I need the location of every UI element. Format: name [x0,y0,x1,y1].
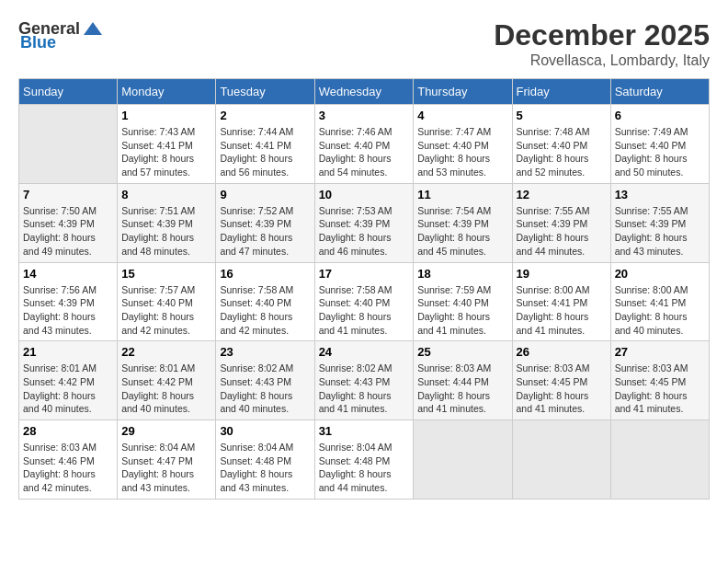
svg-marker-0 [84,22,102,35]
day-info: Sunrise: 7:46 AMSunset: 4:40 PMDaylight:… [319,125,410,179]
calendar-week-row: 14Sunrise: 7:56 AMSunset: 4:39 PMDayligh… [19,262,710,341]
calendar-cell: 10Sunrise: 7:53 AMSunset: 4:39 PMDayligh… [314,183,414,262]
day-info: Sunrise: 7:57 AMSunset: 4:40 PMDaylight:… [121,283,211,338]
logo: General Blue [18,18,102,52]
weekday-header: Tuesday [216,79,314,105]
calendar-cell: 18Sunrise: 7:59 AMSunset: 4:40 PMDayligh… [414,262,512,341]
day-number: 19 [517,267,607,281]
day-info: Sunrise: 7:55 AMSunset: 4:39 PMDaylight:… [517,204,607,259]
day-info: Sunrise: 7:58 AMSunset: 4:40 PMDaylight:… [319,283,410,338]
weekday-header: Saturday [610,79,709,105]
calendar-cell: 14Sunrise: 7:56 AMSunset: 4:39 PMDayligh… [19,262,118,341]
day-number: 1 [121,109,211,122]
day-number: 15 [121,267,211,281]
location-title: Rovellasca, Lombardy, Italy [494,52,710,69]
month-title: December 2025 [494,18,710,52]
calendar-table: SundayMondayTuesdayWednesdayThursdayFrid… [18,78,710,500]
calendar-cell: 11Sunrise: 7:54 AMSunset: 4:39 PMDayligh… [414,183,512,262]
calendar-header-row: SundayMondayTuesdayWednesdayThursdayFrid… [19,79,710,105]
calendar-cell: 31Sunrise: 8:04 AMSunset: 4:48 PMDayligh… [314,420,414,500]
day-number: 21 [23,345,113,359]
calendar-cell [610,420,709,500]
calendar-cell: 5Sunrise: 7:48 AMSunset: 4:40 PMDaylight… [512,105,610,184]
day-info: Sunrise: 8:03 AMSunset: 4:45 PMDaylight:… [517,362,607,416]
logo-arrow-icon [82,18,102,39]
day-number: 30 [220,424,310,438]
calendar-cell: 17Sunrise: 7:58 AMSunset: 4:40 PMDayligh… [314,262,414,341]
day-number: 25 [417,345,507,359]
calendar-cell: 8Sunrise: 7:51 AMSunset: 4:39 PMDaylight… [118,183,216,262]
day-info: Sunrise: 7:44 AMSunset: 4:41 PMDaylight:… [220,125,310,179]
day-info: Sunrise: 7:52 AMSunset: 4:39 PMDaylight:… [220,204,310,259]
calendar-week-row: 1Sunrise: 7:43 AMSunset: 4:41 PMDaylight… [19,105,710,184]
calendar-cell: 26Sunrise: 8:03 AMSunset: 4:45 PMDayligh… [512,341,610,420]
day-number: 13 [615,188,705,201]
calendar-cell: 1Sunrise: 7:43 AMSunset: 4:41 PMDaylight… [118,105,216,184]
day-info: Sunrise: 7:58 AMSunset: 4:40 PMDaylight:… [220,283,310,338]
calendar-cell: 19Sunrise: 8:00 AMSunset: 4:41 PMDayligh… [512,262,610,341]
calendar-cell: 4Sunrise: 7:47 AMSunset: 4:40 PMDaylight… [414,105,512,184]
day-info: Sunrise: 7:54 AMSunset: 4:39 PMDaylight:… [417,204,507,259]
logo-text-blue: Blue [20,33,56,52]
calendar-cell [414,420,512,500]
day-number: 20 [615,267,705,281]
day-number: 4 [417,109,507,122]
day-info: Sunrise: 8:04 AMSunset: 4:47 PMDaylight:… [121,441,211,495]
day-number: 10 [319,188,410,201]
calendar-cell: 16Sunrise: 7:58 AMSunset: 4:40 PMDayligh… [216,262,314,341]
page-header: General Blue December 2025 Rovellasca, L… [18,18,710,69]
title-block: December 2025 Rovellasca, Lombardy, Ital… [494,18,710,69]
calendar-cell: 27Sunrise: 8:03 AMSunset: 4:45 PMDayligh… [610,341,709,420]
day-info: Sunrise: 8:00 AMSunset: 4:41 PMDaylight:… [615,283,705,338]
calendar-cell: 13Sunrise: 7:55 AMSunset: 4:39 PMDayligh… [610,183,709,262]
day-info: Sunrise: 7:50 AMSunset: 4:39 PMDaylight:… [23,204,113,259]
calendar-cell: 24Sunrise: 8:02 AMSunset: 4:43 PMDayligh… [314,341,414,420]
calendar-cell: 7Sunrise: 7:50 AMSunset: 4:39 PMDaylight… [19,183,118,262]
weekday-header: Friday [512,79,610,105]
day-number: 11 [417,188,507,201]
calendar-cell: 15Sunrise: 7:57 AMSunset: 4:40 PMDayligh… [118,262,216,341]
weekday-header: Sunday [19,79,118,105]
day-number: 29 [121,424,211,438]
day-info: Sunrise: 8:01 AMSunset: 4:42 PMDaylight:… [121,362,211,416]
day-info: Sunrise: 8:04 AMSunset: 4:48 PMDaylight:… [220,441,310,495]
day-number: 6 [615,109,705,122]
day-info: Sunrise: 8:01 AMSunset: 4:42 PMDaylight:… [23,362,113,416]
calendar-cell [19,105,118,184]
day-info: Sunrise: 7:49 AMSunset: 4:40 PMDaylight:… [615,125,705,179]
day-info: Sunrise: 8:02 AMSunset: 4:43 PMDaylight:… [319,362,410,416]
day-info: Sunrise: 7:47 AMSunset: 4:40 PMDaylight:… [417,125,507,179]
day-info: Sunrise: 7:56 AMSunset: 4:39 PMDaylight:… [23,283,113,338]
day-number: 2 [220,109,310,122]
calendar-cell: 12Sunrise: 7:55 AMSunset: 4:39 PMDayligh… [512,183,610,262]
calendar-cell: 2Sunrise: 7:44 AMSunset: 4:41 PMDaylight… [216,105,314,184]
calendar-cell: 25Sunrise: 8:03 AMSunset: 4:44 PMDayligh… [414,341,512,420]
day-number: 8 [121,188,211,201]
calendar-week-row: 28Sunrise: 8:03 AMSunset: 4:46 PMDayligh… [19,420,710,500]
calendar-cell: 6Sunrise: 7:49 AMSunset: 4:40 PMDaylight… [610,105,709,184]
calendar-cell: 20Sunrise: 8:00 AMSunset: 4:41 PMDayligh… [610,262,709,341]
day-number: 9 [220,188,310,201]
day-number: 5 [517,109,607,122]
day-info: Sunrise: 7:43 AMSunset: 4:41 PMDaylight:… [121,125,211,179]
calendar-cell: 23Sunrise: 8:02 AMSunset: 4:43 PMDayligh… [216,341,314,420]
day-info: Sunrise: 7:55 AMSunset: 4:39 PMDaylight:… [615,204,705,259]
day-info: Sunrise: 8:04 AMSunset: 4:48 PMDaylight:… [319,441,410,495]
calendar-cell: 9Sunrise: 7:52 AMSunset: 4:39 PMDaylight… [216,183,314,262]
day-number: 17 [319,267,410,281]
day-number: 22 [121,345,211,359]
day-info: Sunrise: 8:03 AMSunset: 4:45 PMDaylight:… [615,362,705,416]
calendar-cell: 29Sunrise: 8:04 AMSunset: 4:47 PMDayligh… [118,420,216,500]
day-number: 3 [319,109,410,122]
day-info: Sunrise: 8:03 AMSunset: 4:44 PMDaylight:… [417,362,507,416]
calendar-week-row: 7Sunrise: 7:50 AMSunset: 4:39 PMDaylight… [19,183,710,262]
weekday-header: Monday [118,79,216,105]
calendar-cell [512,420,610,500]
day-info: Sunrise: 7:53 AMSunset: 4:39 PMDaylight:… [319,204,410,259]
day-info: Sunrise: 8:02 AMSunset: 4:43 PMDaylight:… [220,362,310,416]
weekday-header: Thursday [414,79,512,105]
day-number: 24 [319,345,410,359]
day-number: 27 [615,345,705,359]
day-info: Sunrise: 8:03 AMSunset: 4:46 PMDaylight:… [23,441,113,495]
day-number: 26 [517,345,607,359]
